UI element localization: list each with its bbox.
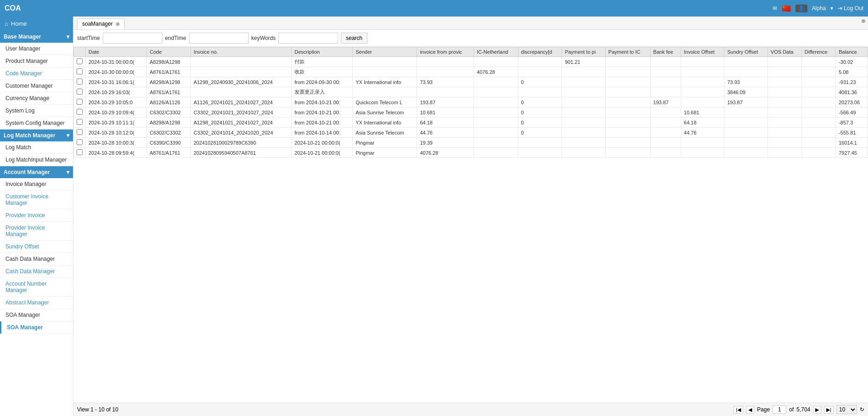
sidebar-item-system-log[interactable]: System Log: [0, 105, 73, 117]
per-page-select[interactable]: 10 20 50 100: [836, 405, 857, 414]
of-label: of: [789, 406, 794, 413]
tab-label: soaManager: [82, 21, 113, 27]
sidebar-item-abstract-manager[interactable]: Abstract Manager: [0, 297, 73, 309]
cell-difference: [801, 67, 835, 77]
row-checkbox[interactable]: [74, 97, 86, 107]
starttime-input[interactable]: [103, 33, 162, 44]
sidebar-item-cash-data-manager[interactable]: Cash Data Manager: [0, 253, 73, 265]
cell-invoice-no: [190, 57, 291, 67]
cell-discrepancy: 0: [518, 107, 562, 118]
cell-invoice-from-prov: 44.76: [417, 128, 474, 138]
sidebar-item-log-matchinput-manager[interactable]: Log MatchInput Manager: [0, 154, 73, 166]
cell-invoice-from-prov: 64.18: [417, 118, 474, 128]
sidebar-section-account-manager[interactable]: Account Manager ▾: [0, 166, 73, 178]
sidebar-item-user-manager[interactable]: User Manager: [0, 43, 73, 55]
cell-invoice-no: C3302_20241014_20241020_2024: [190, 128, 291, 138]
col-description: Description: [291, 47, 352, 57]
endtime-input[interactable]: [189, 33, 249, 44]
cell-balance: 16014.1: [836, 138, 868, 148]
cell-discrepancy: 0: [518, 118, 562, 128]
sidebar-item-invoice-manager[interactable]: Invoice Manager: [0, 178, 73, 191]
logout-button[interactable]: ⇥ Log Out: [838, 5, 863, 11]
table-body: 2024-10-31 00:00:0( A8298/A1298 付款 901.2…: [74, 57, 868, 158]
tab-add-icon[interactable]: ⊕: [116, 21, 120, 27]
row-checkbox[interactable]: [74, 57, 86, 67]
sidebar-item-sundry-offset[interactable]: Sundry Offset: [0, 241, 73, 253]
sidebar: ⌂ Home Base Manager ▾ User Manager Produ…: [0, 17, 73, 416]
page-input[interactable]: [773, 405, 786, 414]
cell-difference: [801, 57, 835, 67]
col-invoice-no: Invoice no.: [190, 47, 291, 57]
sidebar-section-log-match-manager[interactable]: Log Match Manager ▾: [0, 129, 73, 141]
sidebar-item-soa-manager[interactable]: SOA Manager: [0, 309, 73, 321]
cell-date: 2024-10-29 10:05:0: [86, 97, 147, 107]
last-page-button[interactable]: ▶|: [824, 406, 834, 414]
alpha-label[interactable]: Alpha: [812, 5, 826, 11]
sidebar-item-system-config-manager[interactable]: System Config Manager: [0, 117, 73, 129]
row-checkbox[interactable]: [74, 67, 86, 77]
next-page-button[interactable]: ▶: [813, 406, 821, 414]
first-page-button[interactable]: |◀: [734, 406, 743, 414]
sidebar-item-provider-invoice-manager[interactable]: Provider Invoice Manager: [0, 222, 73, 241]
col-discrepancy: discrepancy[d: [518, 47, 562, 57]
cell-balance: 7927.45: [836, 148, 868, 158]
home-nav-item[interactable]: ⌂ Home: [0, 17, 73, 31]
cell-code: A8126/A1126: [147, 97, 191, 107]
sidebar-item-cash-data-manager-blue[interactable]: Cash Data Manager: [0, 265, 73, 278]
cell-code: A8298/A1298: [147, 57, 191, 67]
email-icon[interactable]: ✉: [773, 5, 777, 11]
cell-sundry-offset: [724, 128, 768, 138]
sidebar-item-provider-invoice[interactable]: Provider Invoice: [0, 209, 73, 222]
cell-ic-netherland: [474, 57, 518, 67]
cell-sundry-offset: [724, 138, 768, 148]
pagination: View 1 - 10 of 10 |◀ ◀ Page of 5,704 ▶ ▶…: [73, 403, 868, 416]
cell-invoice-offset: [681, 77, 724, 87]
keywords-input[interactable]: [278, 33, 338, 44]
cell-invoice-offset: [681, 97, 724, 107]
sidebar-item-product-manager[interactable]: Product Manager: [0, 55, 73, 67]
sidebar-item-customer-manager[interactable]: Customer Manager: [0, 80, 73, 92]
cell-date: 2024-10-28 09:59:4(: [86, 148, 147, 158]
cell-invoice-from-prov: 4076.28: [417, 148, 474, 158]
table-row: 2024-10-28 10:00:3( C6390/C3390 20241028…: [74, 138, 868, 148]
row-checkbox[interactable]: [74, 107, 86, 118]
row-checkbox[interactable]: [74, 138, 86, 148]
cell-invoice-no: A1298_20241021_20241027_2024: [190, 118, 291, 128]
sidebar-item-customer-invoice-manager[interactable]: Customer Invoice Manager: [0, 191, 73, 209]
col-vos-data: VOS Data: [768, 47, 801, 57]
cell-bank-fee: 193.87: [650, 97, 681, 107]
sidebar-item-account-number-manager[interactable]: Account Number Manager: [0, 278, 73, 297]
row-checkbox[interactable]: [74, 118, 86, 128]
cell-date: 2024-10-30 00:00:0(: [86, 67, 147, 77]
cell-ic-netherland: 4076.28: [474, 67, 518, 77]
col-date: Date: [86, 47, 147, 57]
cell-code: A8298/A1298: [147, 77, 191, 87]
table-container: Date Code Invoice no. Description Sender…: [73, 47, 868, 403]
prev-page-button[interactable]: ◀: [746, 406, 754, 414]
chevron-icon: ▾: [67, 34, 69, 40]
app-title: COA: [5, 4, 21, 12]
cell-bank-fee: [650, 67, 681, 77]
cell-sundry-offset: 3846.09: [724, 87, 768, 97]
refresh-icon[interactable]: ↻: [860, 406, 864, 413]
search-button[interactable]: search: [341, 33, 367, 44]
row-checkbox[interactable]: [74, 128, 86, 138]
row-checkbox[interactable]: [74, 77, 86, 87]
sidebar-item-log-match[interactable]: Log Match: [0, 141, 73, 154]
flag-icon[interactable]: 🇨🇳: [782, 4, 791, 13]
account-manager-label: Account Manager: [4, 169, 50, 175]
sidebar-item-code-manager[interactable]: Code Manager: [0, 67, 73, 80]
cell-discrepancy: [518, 67, 562, 77]
tab-soa-manager[interactable]: soaManager ⊕: [77, 18, 125, 29]
cell-payment-to-ic: [606, 57, 651, 67]
cell-description: from 2024-10-21 00:: [291, 97, 352, 107]
cell-invoice-no: 20241028100029789C6390: [190, 138, 291, 148]
sidebar-item-soa-manager-active[interactable]: SOA Manager: [0, 321, 73, 334]
sidebar-section-base-manager[interactable]: Base Manager ▾: [0, 31, 73, 43]
cell-sender: [353, 57, 417, 67]
cell-date: 2024-10-28 10:00:3(: [86, 138, 147, 148]
row-checkbox[interactable]: [74, 87, 86, 97]
col-checkbox: [74, 47, 86, 57]
row-checkbox[interactable]: [74, 148, 86, 158]
sidebar-item-currency-manage[interactable]: Currency Manage: [0, 92, 73, 105]
